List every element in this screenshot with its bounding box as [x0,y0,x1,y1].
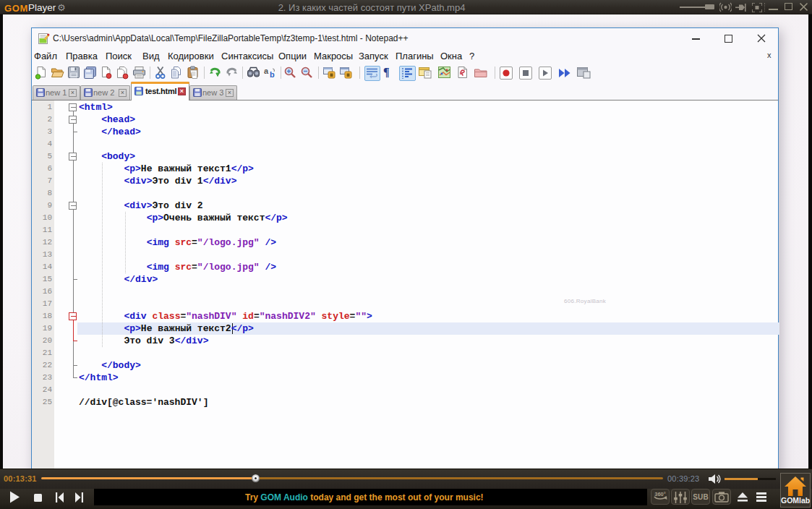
svg-text:360°: 360° [654,491,666,497]
svg-text:a: a [264,67,269,75]
